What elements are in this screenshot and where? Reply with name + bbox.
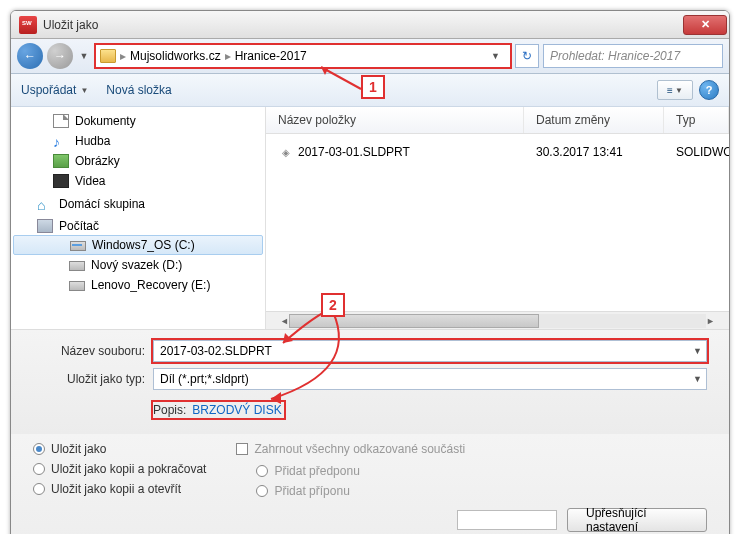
drive-icon [69,261,85,271]
back-button[interactable]: ← [17,43,43,69]
radio-indicator-icon [33,483,45,495]
radio-indicator-icon [33,463,45,475]
part-file-icon: ◈ [278,144,294,160]
tree-item-computer[interactable]: Počítač [11,213,265,235]
new-folder-button[interactable]: Nová složka [106,83,171,97]
help-button[interactable]: ? [699,80,719,100]
options-area: Uložit jako Uložit jako kopii a pokračov… [11,434,729,534]
music-icon: ♪ [53,134,69,148]
file-row[interactable]: ◈2017-03-01.SLDPRT 30.3.2017 13:41 SOLID… [266,134,729,170]
titlebar: Uložit jako ✕ [11,11,729,39]
homegroup-icon: ⌂ [37,197,53,211]
explorer-body: Dokumenty ♪Hudba Obrázky Videa ⌂Domácí s… [11,107,729,329]
filename-label: Název souboru: [33,344,153,358]
chevron-down-icon[interactable]: ▼ [693,374,702,384]
breadcrumb-bar[interactable]: ▸ Mujsolidworks.cz ▸ Hranice-2017 ▼ [95,44,511,68]
refine-button[interactable]: Upřesňující nastavení [567,508,707,532]
refresh-button[interactable]: ↻ [515,44,539,68]
history-dropdown[interactable]: ▼ [77,47,91,65]
save-form: Název souboru: 2017-03-02.SLDPRT▼ Uložit… [11,329,729,434]
radio-save-as[interactable]: Uložit jako [33,442,206,456]
col-type[interactable]: Typ [664,107,729,133]
filename-input[interactable]: 2017-03-02.SLDPRT▼ [153,340,707,362]
prefix-suffix-input [457,510,557,530]
document-icon [53,114,69,128]
pictures-icon [53,154,69,168]
checkbox-include-refs[interactable]: Zahrnout všechny odkazované součásti [236,442,707,456]
save-as-dialog: Uložit jako ✕ ← → ▼ ▸ Mujsolidworks.cz ▸… [10,10,730,534]
description-value: BRZODVÝ DISK [190,402,283,418]
close-button[interactable]: ✕ [683,15,727,35]
folder-icon [100,49,116,63]
organize-menu[interactable]: Uspořádat ▼ [21,83,88,97]
checkbox-indicator-icon [236,443,248,455]
file-list-header: Název položky Datum změny Typ [266,107,729,134]
tree-item-videos[interactable]: Videa [11,171,265,191]
tree-item-drive-d[interactable]: Nový svazek (D:) [11,255,265,275]
tree-item-homegroup[interactable]: ⌂Domácí skupina [11,191,265,213]
view-mode-button[interactable]: ≡ ▼ [657,80,693,100]
computer-icon [37,219,53,233]
radio-save-copy-continue[interactable]: Uložit jako kopii a pokračovat [33,462,206,476]
radio-indicator-icon [256,465,268,477]
app-icon [19,16,37,34]
radio-indicator-icon [256,485,268,497]
description-label: Popis: [153,403,190,417]
callout-2: 2 [321,293,345,317]
radio-add-prefix: Přidat předponu [256,464,707,478]
chevron-down-icon[interactable]: ▼ [693,346,702,356]
search-input[interactable]: Prohledat: Hranice-2017 [543,44,723,68]
videos-icon [53,174,69,188]
chevron-down-icon[interactable]: ▼ [485,51,506,61]
filetype-select[interactable]: Díl (*.prt;*.sldprt)▼ [153,368,707,390]
navigation-bar: ← → ▼ ▸ Mujsolidworks.cz ▸ Hranice-2017 … [11,39,729,74]
breadcrumb-item[interactable]: Mujsolidworks.cz [126,49,225,63]
filetype-label: Uložit jako typ: [33,372,153,386]
col-date[interactable]: Datum změny [524,107,664,133]
folder-tree[interactable]: Dokumenty ♪Hudba Obrázky Videa ⌂Domácí s… [11,107,266,329]
drive-icon [70,241,86,251]
description-field[interactable]: Popis: BRZODVÝ DISK [153,402,284,418]
tree-item-drive-e[interactable]: Lenovo_Recovery (E:) [11,275,265,295]
breadcrumb-item[interactable]: Hranice-2017 [231,49,311,63]
tree-item-music[interactable]: ♪Hudba [11,131,265,151]
window-title: Uložit jako [43,18,683,32]
tree-item-pictures[interactable]: Obrázky [11,151,265,171]
chevron-down-icon: ▼ [80,86,88,95]
radio-indicator-icon [33,443,45,455]
callout-1: 1 [361,75,385,99]
tree-item-documents[interactable]: Dokumenty [11,111,265,131]
drive-icon [69,281,85,291]
col-name[interactable]: Název položky [266,107,524,133]
tree-item-drive-c[interactable]: Windows7_OS (C:) [13,235,263,255]
forward-button[interactable]: → [47,43,73,69]
radio-save-copy-open[interactable]: Uložit jako kopii a otevřít [33,482,206,496]
search-placeholder: Prohledat: Hranice-2017 [550,49,680,63]
radio-add-suffix: Přidat příponu [256,484,707,498]
